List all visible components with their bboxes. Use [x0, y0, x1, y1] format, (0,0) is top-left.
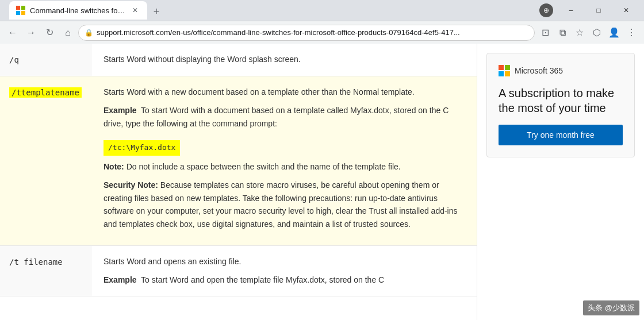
- switch-cell: /ttemplatename: [0, 76, 92, 245]
- svg-rect-2: [16, 11, 20, 15]
- main-description: Starts Word with a new document based on…: [103, 86, 465, 98]
- description-cell: Starts Word with a new document based on…: [92, 76, 477, 245]
- url-text: support.microsoft.com/en-us/office/comma…: [97, 28, 528, 37]
- cast-icon[interactable]: ⊡: [537, 25, 553, 41]
- code-example: /tc:\Myfax.dotx: [103, 136, 465, 160]
- main-description: Starts Word and opens an existing file.: [103, 255, 465, 268]
- switch-cell: /q: [0, 44, 92, 76]
- note-section: Note: Do not include a space between the…: [103, 160, 465, 173]
- logo-sq-red: [499, 65, 504, 70]
- ms365-logo-text: Microsoft 365: [515, 66, 563, 75]
- example-label: Example: [103, 275, 137, 284]
- svg-rect-0: [16, 6, 20, 10]
- menu-icon[interactable]: ⋮: [623, 25, 639, 41]
- screenshot-icon[interactable]: ⧉: [554, 25, 570, 41]
- browser-tab[interactable]: Command-line switches for M ✕: [9, 1, 147, 20]
- try-button[interactable]: Try one month free: [499, 125, 623, 145]
- svg-rect-3: [21, 11, 25, 15]
- table-row: /q Starts Word without displaying the Wo…: [0, 44, 477, 76]
- ms365-tagline: A subscription to make the most of your …: [499, 86, 623, 115]
- logo-sq-yellow: [505, 71, 510, 76]
- sidebar: Microsoft 365 A subscription to make the…: [477, 44, 644, 320]
- svg-rect-1: [21, 6, 25, 10]
- ms365-logo-grid: [499, 65, 510, 76]
- watermark: 头条 @少数派: [583, 300, 639, 315]
- bookmark-icon[interactable]: ☆: [572, 25, 588, 41]
- tab-title: Command-line switches for M: [30, 6, 125, 15]
- switch-label: /t filename: [9, 257, 63, 267]
- ms365-logo: Microsoft 365: [499, 65, 623, 76]
- new-tab-button[interactable]: +: [148, 3, 164, 20]
- logo-sq-blue: [499, 71, 504, 76]
- example-section: Example To start Word with a document ba…: [103, 104, 465, 130]
- description-cell: Starts Word and opens an existing file. …: [92, 246, 477, 296]
- table-row: /t filename Starts Word and opens an exi…: [0, 246, 477, 296]
- switch-label-highlighted: /ttemplatename: [9, 87, 82, 98]
- close-button[interactable]: ✕: [613, 0, 639, 21]
- forward-button[interactable]: →: [23, 25, 39, 41]
- profile-icon[interactable]: 👤: [606, 25, 622, 41]
- ms365-card: Microsoft 365 A subscription to make the…: [486, 53, 635, 157]
- navigation-bar: ← → ↻ ⌂ 🔒 support.microsoft.com/en-us/of…: [0, 21, 644, 44]
- tab-close-button[interactable]: ✕: [130, 5, 140, 16]
- security-note-label: Security Note:: [103, 180, 158, 190]
- main-content: /q Starts Word without displaying the Wo…: [0, 44, 477, 320]
- switch-label: /q: [9, 55, 19, 64]
- code-block: /tc:\Myfax.dotx: [103, 140, 180, 156]
- tab-favicon: [16, 6, 25, 15]
- switch-cell: /t filename: [0, 246, 92, 296]
- home-button[interactable]: ⌂: [60, 25, 76, 41]
- description-cell: Starts Word without displaying the Word …: [92, 44, 477, 76]
- minimize-button[interactable]: –: [558, 0, 584, 21]
- security-note-section: Security Note: Because templates can sto…: [103, 179, 465, 230]
- maximize-button[interactable]: □: [585, 0, 612, 21]
- back-button[interactable]: ←: [5, 25, 21, 41]
- lock-icon: 🔒: [85, 29, 93, 37]
- table-row: /ttemplatename Starts Word with a new do…: [0, 76, 477, 246]
- logo-sq-green: [505, 65, 510, 70]
- note-label: Note:: [103, 162, 124, 171]
- extension-icon[interactable]: ⬡: [589, 25, 605, 41]
- example-label: Example: [103, 106, 137, 115]
- profile-avatar[interactable]: ⊕: [539, 3, 553, 17]
- refresh-button[interactable]: ↻: [41, 25, 57, 41]
- description-text: Starts Word without displaying the Word …: [103, 55, 301, 64]
- example-section: Example To start Word and open the templ…: [103, 273, 465, 286]
- address-bar[interactable]: 🔒 support.microsoft.com/en-us/office/com…: [78, 25, 535, 41]
